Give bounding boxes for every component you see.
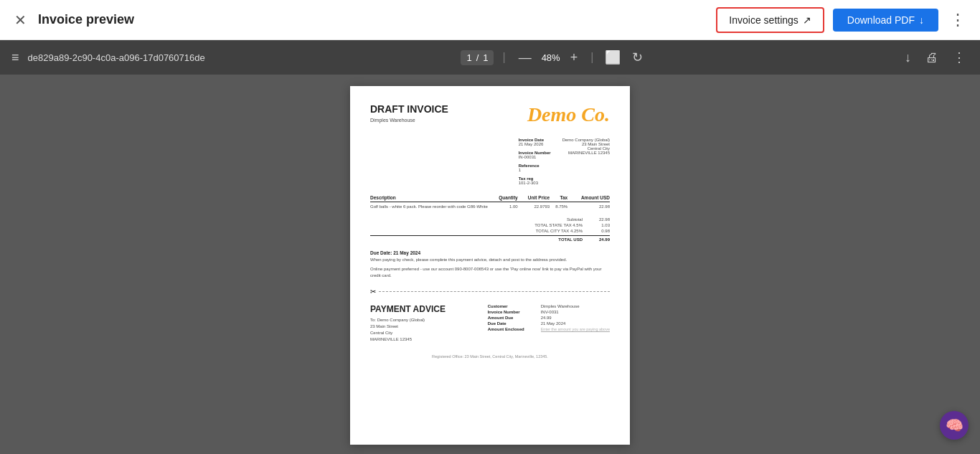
col-description: Description (370, 194, 490, 202)
separator: | (502, 51, 505, 64)
ai-icon: 🧠 (946, 417, 963, 434)
amount-enclosed-row: Amount Enclosed Enter the amount you are… (488, 327, 610, 332)
more-options-button[interactable]: ⋮ (947, 8, 969, 32)
payment-advice-section: PAYMENT ADVICE To: Demo Company (Global)… (370, 304, 610, 343)
current-page: 1 (466, 52, 471, 63)
external-link-icon: ↗ (803, 14, 811, 26)
fit-page-button[interactable]: ⬜ (602, 47, 623, 68)
subtotal-row: Subtotal 22.98 (370, 217, 610, 222)
payment-instructions-2: Online payment preferred - use our accou… (370, 266, 610, 279)
invoice-client-name: Dimples Warehouse (370, 118, 448, 123)
col-quantity: Quantity (490, 194, 518, 202)
table-row: Golf balls - white 6 pack. Please reorde… (370, 202, 610, 212)
toolbar-print-button[interactable]: 🖨 (923, 47, 941, 68)
registered-office: Registered Office: 23 Main Street, Centr… (370, 354, 610, 359)
amount-enclosed-label: Amount Enclosed (488, 327, 538, 332)
due-date-section: Due Date: 21 May 2024 When paying by che… (370, 250, 610, 279)
total-pages: 1 (483, 52, 488, 63)
total-value: 24.99 (588, 237, 610, 242)
zoom-level: 48% (542, 52, 560, 63)
top-bar-right: Invoice settings ↗ Download PDF ↓ ⋮ (716, 7, 969, 33)
item-quantity: 1.00 (490, 202, 518, 212)
totals-section: Subtotal 22.98 TOTAL STATE TAX 4.5% 1.03… (370, 217, 610, 242)
invoice-number-value: IN-00031 (519, 155, 551, 159)
scissors-icon: ✂ (370, 288, 376, 295)
subtotal-label: Subtotal (496, 217, 583, 222)
city-tax-row: TOTAL CITY TAX 4.25% 0.98 (370, 228, 610, 234)
customer-label: Customer (488, 304, 538, 308)
payment-to-address1: 23 Main Street (370, 324, 398, 328)
download-pdf-label: Download PDF (847, 14, 915, 26)
top-bar: ✕ Invoice preview Invoice settings ↗ Dow… (0, 0, 980, 40)
col-amount: Amount USD (567, 194, 610, 202)
company-logo: Demo Co. (527, 103, 610, 126)
hamburger-icon[interactable]: ≡ (11, 50, 19, 65)
toolbar-download-button[interactable]: ↓ (902, 47, 914, 68)
pdf-viewer-area: DRAFT INVOICE Dimples Warehouse Demo Co.… (0, 75, 980, 454)
pdf-toolbar: ≡ de829a89-2c90-4c0a-a096-17d0760716de 1… (0, 40, 980, 75)
draft-invoice-title: DRAFT INVOICE (370, 103, 448, 115)
payment-due-date-value: 21 May 2024 (541, 321, 566, 326)
zoom-in-button[interactable]: + (566, 49, 583, 67)
amount-due-row: Amount Due 24.99 (488, 316, 610, 320)
top-bar-left: ✕ Invoice preview (11, 9, 134, 32)
item-amount: 22.98 (567, 202, 610, 212)
state-tax-value: 1.03 (588, 223, 610, 227)
payment-advice-title: PAYMENT ADVICE (370, 304, 446, 314)
close-button[interactable]: ✕ (11, 9, 29, 32)
invoice-page: DRAFT INVOICE Dimples Warehouse Demo Co.… (350, 86, 630, 445)
page-separator: / (476, 52, 479, 63)
tax-reg-value: 101-2-303 (519, 181, 551, 185)
download-pdf-button[interactable]: Download PDF ↓ (833, 9, 938, 32)
payment-to-name: Demo Company (Global) (377, 318, 425, 322)
payment-advice-left: PAYMENT ADVICE To: Demo Company (Global)… (370, 304, 446, 343)
state-tax-label: TOTAL STATE TAX 4.5% (496, 223, 583, 227)
payment-to-address3: MARINEVILLE 12345 (370, 337, 412, 341)
invoice-settings-button[interactable]: Invoice settings ↗ (716, 7, 824, 33)
payment-due-date-label: Due Date (488, 321, 538, 326)
payment-invoice-number-value: INV-0031 (541, 310, 559, 314)
total-label: TOTAL USD (496, 237, 583, 242)
dashed-line (379, 291, 610, 292)
pdf-toolbar-left: ≡ de829a89-2c90-4c0a-a096-17d0760716de (11, 50, 205, 65)
payment-invoice-number-row: Invoice Number INV-0031 (488, 310, 610, 314)
separator2: | (590, 51, 593, 64)
invoice-title-section: DRAFT INVOICE Dimples Warehouse (370, 103, 448, 123)
col-tax: Tax (550, 194, 567, 202)
payment-instructions-1: When paying by check, please complete th… (370, 257, 610, 263)
invoice-settings-label: Invoice settings (729, 14, 798, 26)
page-navigation: 1 / 1 (461, 50, 494, 65)
amount-due-label: Amount Due (488, 316, 538, 320)
payment-to-label: To: (370, 318, 376, 322)
customer-value: Dimples Warehouse (541, 304, 580, 308)
toolbar-more-button[interactable]: ⋮ (950, 47, 969, 68)
item-tax: 8.75% (550, 202, 567, 212)
total-row: TOTAL USD 24.99 (370, 235, 610, 242)
cut-line: ✂ (370, 288, 610, 295)
item-description: Golf balls - white 6 pack. Please reorde… (370, 202, 490, 212)
payment-invoice-number-label: Invoice Number (488, 310, 538, 314)
due-date: Due Date: 21 May 2024 (370, 250, 610, 257)
payment-due-date-row: Due Date 21 May 2024 (488, 321, 610, 326)
amount-enclosed-input[interactable]: Enter the amount you are paying above (541, 327, 610, 332)
payment-advice-right: Customer Dimples Warehouse Invoice Numbe… (488, 304, 610, 343)
item-unit-price: 22.9793 (518, 202, 550, 212)
rotate-button[interactable]: ↻ (629, 47, 646, 68)
state-tax-row: TOTAL STATE TAX 4.5% 1.03 (370, 222, 610, 228)
pdf-toolbar-right: ↓ 🖨 ⋮ (902, 47, 969, 68)
invoice-date-value: 21 May 2026 (519, 142, 551, 146)
zoom-out-button[interactable]: — (514, 49, 536, 67)
invoice-table: Description Quantity Unit Price Tax Amou… (370, 194, 610, 211)
payment-to: To: Demo Company (Global) 23 Main Street… (370, 317, 446, 343)
amount-due-value: 24.99 (541, 316, 552, 320)
company-address3: MARINEVILLE 12345 (562, 151, 610, 155)
city-tax-label: TOTAL CITY TAX 4.25% (496, 229, 583, 233)
pdf-toolbar-center: 1 / 1 | — 48% + | ⬜ ↻ (461, 47, 646, 68)
payment-customer-row: Customer Dimples Warehouse (488, 304, 610, 308)
page-title: Invoice preview (38, 12, 134, 27)
ai-assistant-button[interactable]: 🧠 (940, 411, 969, 440)
payment-to-address2: Central City (370, 331, 392, 335)
invoice-header: DRAFT INVOICE Dimples Warehouse Demo Co. (370, 103, 610, 126)
pdf-filename: de829a89-2c90-4c0a-a096-17d0760716de (28, 52, 205, 63)
col-unit-price: Unit Price (518, 194, 550, 202)
